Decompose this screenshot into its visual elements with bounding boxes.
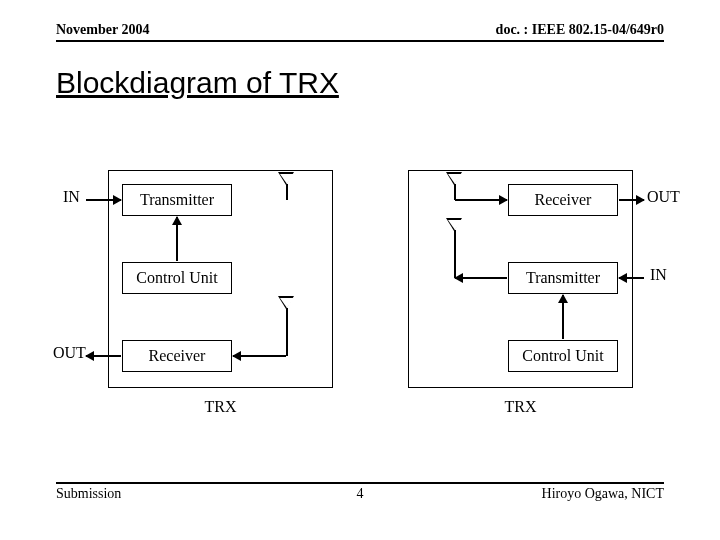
slide-footer: Submission Hiroyo Ogawa, NICT 4	[56, 482, 664, 502]
right-tx-feed-arrow	[455, 277, 507, 279]
right-receiver-block: Receiver	[508, 184, 618, 216]
right-in-arrow	[619, 277, 644, 279]
right-control-unit-block: Control Unit	[508, 340, 618, 372]
right-rx-feed-arrow	[455, 199, 507, 201]
page-number: 4	[357, 486, 364, 502]
left-rx-feed-arrow	[233, 355, 286, 357]
slide-title: Blockdiagram of TRX	[56, 66, 339, 100]
block-label: Receiver	[535, 191, 592, 209]
left-tx-antenna-icon	[286, 184, 288, 200]
left-cu-to-tx-arrow	[176, 217, 178, 261]
left-rx-antenna-icon	[286, 308, 288, 356]
right-trx-label: TRX	[408, 398, 633, 416]
block-label: Control Unit	[522, 347, 603, 365]
block-label: Control Unit	[136, 269, 217, 287]
right-out-arrow	[619, 199, 644, 201]
block-label: Transmitter	[526, 269, 600, 287]
left-transmitter-block: Transmitter	[122, 184, 232, 216]
right-cu-to-tx-arrow	[562, 295, 564, 339]
header-date: November 2004	[56, 22, 149, 38]
header-docref: doc. : IEEE 802.15-04/649r0	[496, 22, 664, 38]
right-rx-antenna-icon	[454, 184, 456, 200]
block-label: Receiver	[149, 347, 206, 365]
block-diagram: Transmitter Control Unit Receiver IN OUT…	[0, 170, 720, 450]
left-receiver-block: Receiver	[122, 340, 232, 372]
left-trx-label: TRX	[108, 398, 333, 416]
right-in-label: IN	[650, 266, 667, 284]
left-in-label: IN	[63, 188, 80, 206]
left-out-label: OUT	[53, 344, 86, 362]
right-transmitter-block: Transmitter	[508, 262, 618, 294]
left-out-arrow	[86, 355, 121, 357]
right-out-label: OUT	[647, 188, 680, 206]
footer-left: Submission	[56, 486, 121, 502]
left-control-unit-block: Control Unit	[122, 262, 232, 294]
footer-right: Hiroyo Ogawa, NICT	[542, 486, 664, 502]
slide-header: November 2004 doc. : IEEE 802.15-04/649r…	[56, 22, 664, 42]
right-tx-antenna-icon	[454, 230, 456, 278]
left-in-arrow	[86, 199, 121, 201]
block-label: Transmitter	[140, 191, 214, 209]
